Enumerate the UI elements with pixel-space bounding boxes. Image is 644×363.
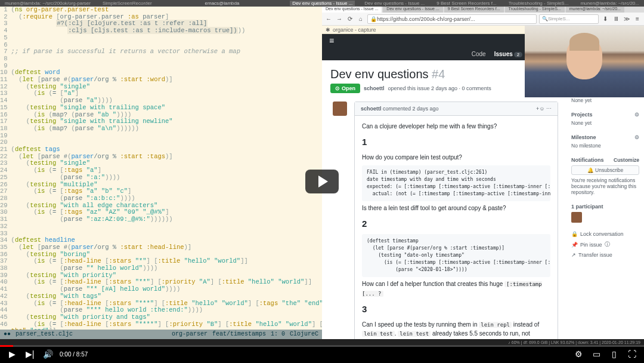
taskbar-tab[interactable]: munen@lambda: ~/src/20... <box>578 1 642 6</box>
code-block: FAIL in (timestamp) (parser_test.cljc:26… <box>362 165 550 201</box>
comment-body: Can a clojure developer help me with a f… <box>355 116 558 339</box>
browser-tab[interactable]: 9 Best Screen Recorders f... <box>444 7 504 13</box>
emacs-editor[interactable]: 1 2 3 4 5 6 7 8 9 10 11 12 13 14 15 16 1… <box>0 7 322 339</box>
modeline-mode: ClojureC <box>290 331 318 338</box>
hamburger-icon[interactable]: ≡ <box>329 36 334 45</box>
browser-tab[interactable]: Dev env questions - Issue ... <box>322 7 382 13</box>
comment-author[interactable]: schoettl <box>361 106 382 112</box>
code-content[interactable]: (ns org-parser.parser-test (:require [or… <box>11 7 322 330</box>
play-button[interactable] <box>305 170 339 193</box>
fullscreen-icon[interactable]: ⛶ <box>626 349 638 359</box>
issue-main: Dev env questions #4 ⊙ Open schoettl ope… <box>322 60 566 339</box>
sidebar-participants: 1 participant <box>571 204 639 210</box>
comment-header: schoettl commented 2 days ago +☺ ⋯ <box>355 102 558 116</box>
browser-tab[interactable]: Dev env questions - Issue ... <box>383 7 442 13</box>
nav-issues[interactable]: Issues2 <box>494 51 523 57</box>
menu-icon[interactable]: ≡ <box>633 15 642 23</box>
unsubscribe-button[interactable]: 🔔 Unsubscribe <box>571 165 639 175</box>
statusbar-right: ♪ 60% | df: 699.0 GiB | LNK 93.62% | dow… <box>508 340 640 344</box>
presenter-face <box>566 38 602 79</box>
modeline-pos: 1: 0 <box>271 331 285 338</box>
modeline-file: parser_test.cljc <box>16 331 73 338</box>
comment-box: schoettl commented 2 days ago +☺ ⋯ Can a… <box>354 101 558 339</box>
extension-label: organice - capture <box>333 27 376 33</box>
url-input[interactable]: 🔒 https://github.com/200ok-ch/org-parser… <box>367 14 537 24</box>
gear-icon[interactable]: ⚙ <box>634 112 639 118</box>
participant-avatar[interactable] <box>571 212 582 223</box>
bookmarks-icon[interactable]: Ⅲ <box>612 15 620 23</box>
overflow-icon[interactable]: ≫ <box>623 15 631 23</box>
taskbar-tab[interactable]: Dev env questions - Issue ... <box>362 1 427 6</box>
customize-link[interactable]: Customize <box>614 157 639 163</box>
issue-number: #4 <box>432 67 445 81</box>
section-heading: 1 <box>362 136 550 149</box>
miniplayer-icon[interactable]: ▭ <box>590 349 602 359</box>
organice-icon: ✱ <box>326 27 330 33</box>
modeline-feat: feat/timestamps <box>212 331 266 338</box>
gear-icon[interactable]: ⚙ <box>634 134 639 140</box>
issue-meta: ⊙ Open schoettl opened this issue 2 days… <box>330 84 558 93</box>
window-title: emacs@lambda <box>162 1 283 6</box>
taskbar-tab[interactable]: SimpleScreenRecorder <box>100 1 154 6</box>
comment-actions[interactable]: +☺ ⋯ <box>536 106 552 112</box>
search-input[interactable]: 🔍 SimpleS... <box>539 14 599 24</box>
taskbar-tab[interactable]: Dev env questions - Issue ... <box>290 1 355 6</box>
pin-issue-link[interactable]: 📌 Pin issue ⓘ <box>571 241 639 248</box>
theater-icon[interactable]: ▯ <box>608 349 620 359</box>
download-icon[interactable]: ⬇ <box>601 15 609 23</box>
volume-icon[interactable]: 🔊 <box>42 349 54 359</box>
code-area[interactable]: 1 2 3 4 5 6 7 8 9 10 11 12 13 14 15 16 1… <box>0 7 322 330</box>
address-bar: ← → ⟳ ⌂ 🔒 https://github.com/200ok-ch/or… <box>322 13 644 26</box>
section-heading: 3 <box>362 303 550 316</box>
modeline-branch: org-parser <box>172 331 208 338</box>
sidebar-projects[interactable]: Projects <box>571 112 593 118</box>
video-controls: ▶ ▶| 🔊 0:00 / 8:57 ⚙ ▭ ▯ ⛶ <box>0 345 644 363</box>
taskbar-tab[interactable]: 9 Best Screen Recorders f... <box>434 1 499 6</box>
settings-icon[interactable]: ⚙ <box>572 349 584 359</box>
section-heading: 2 <box>362 217 550 231</box>
os-titlebar: munen@lambda: ~/src/200ok/org-parser Sim… <box>0 0 644 7</box>
issue-sidebar: Assignees⚙ No one—assign yourself Labels… <box>566 60 644 339</box>
transfer-issue-link[interactable]: ↗ Transfer issue <box>571 252 639 258</box>
issue-title: Dev env questions #4 <box>330 67 558 81</box>
issue-author[interactable]: schoettl <box>364 85 385 91</box>
back-icon[interactable]: ← <box>324 15 333 23</box>
lock-conversation-link[interactable]: 🔒 Lock conversation <box>571 231 639 237</box>
forward-icon[interactable]: → <box>335 15 343 23</box>
play-icon[interactable]: ▶ <box>6 349 18 359</box>
code-block: (deftest timestamp (let [parse #(parser/… <box>362 234 550 277</box>
reload-icon[interactable]: ⟳ <box>346 15 354 23</box>
taskbar-tab[interactable]: Troubleshooting - SimpleS... <box>506 1 571 6</box>
nav-code[interactable]: Code <box>472 51 486 57</box>
browser-tab[interactable]: munen@lambda: ~/src/20... <box>566 7 624 13</box>
video-time: 0:00 / 8:57 <box>60 351 88 358</box>
os-statusbar: ♪ 60% | df: 699.0 GiB | LNK 93.62% | dow… <box>0 339 644 345</box>
browser-tabstrip: Dev env questions - Issue ... Dev env qu… <box>322 7 644 13</box>
browser-tab[interactable]: Troubleshooting - SimpleS... <box>505 7 565 13</box>
open-badge: ⊙ Open <box>330 84 360 93</box>
next-icon[interactable]: ▶| <box>24 349 36 359</box>
sidebar-notifications: Notifications <box>571 157 604 163</box>
taskbar-tab[interactable]: munen@lambda: ~/src/200ok/org-parser <box>2 1 93 6</box>
emacs-modeline: ●● parser_test.cljc org-parser feat/time… <box>0 330 322 339</box>
line-numbers: 1 2 3 4 5 6 7 8 9 10 11 12 13 14 15 16 1… <box>0 7 11 330</box>
progress-bar[interactable] <box>0 345 644 347</box>
sidebar-milestone[interactable]: Milestone <box>571 134 596 140</box>
avatar[interactable] <box>333 101 347 116</box>
webcam-overlay <box>525 26 644 97</box>
home-icon[interactable]: ⌂ <box>357 15 365 23</box>
